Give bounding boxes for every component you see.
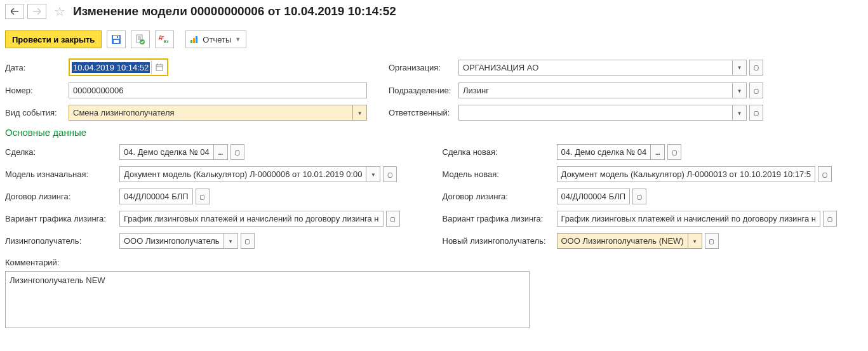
save-icon [111, 34, 121, 44]
contract-label: Договор лизинга: [5, 192, 119, 201]
arrow-left-icon [11, 8, 18, 15]
svg-rect-12 [157, 63, 158, 65]
resp-open[interactable]: ▢ [749, 105, 763, 121]
variant-field[interactable]: График лизинговых платежей и начислений … [119, 211, 384, 227]
resp-label: Ответственный: [389, 108, 458, 117]
deal-field[interactable]: 04. Демо сделка № 04 [119, 144, 214, 160]
variant-new-label: Вариант графика лизинга: [443, 214, 557, 223]
model-orig-open[interactable]: ▢ [383, 166, 397, 182]
contract-new-label: Договор лизинга: [443, 192, 557, 201]
favorite-star-icon[interactable]: ☆ [54, 4, 65, 19]
contract-new-field[interactable]: 04/ДЛ00004 БЛП [557, 189, 631, 204]
dept-dropdown[interactable]: ▾ [733, 83, 747, 98]
page-title: Изменение модели 00000000006 от 10.04.20… [73, 4, 396, 18]
svg-rect-10 [196, 36, 197, 43]
deal-new-open[interactable]: ▢ [667, 144, 681, 160]
date-field[interactable]: 10.04.2019 10:14:52 [69, 58, 168, 76]
svg-rect-3 [117, 36, 118, 38]
lessee-new-open[interactable]: ▢ [705, 233, 719, 249]
lessee-open[interactable]: ▢ [241, 233, 255, 249]
deal-new-field[interactable]: 04. Демо сделка № 04 [557, 144, 651, 160]
dt-kt-button[interactable]: ДтКт [155, 30, 174, 48]
contract-open[interactable]: ▢ [196, 189, 210, 204]
comment-label: Комментарий: [5, 258, 863, 267]
event-dropdown[interactable]: ▾ [353, 105, 367, 121]
arrow-right-icon [33, 8, 41, 15]
calendar-button[interactable] [151, 60, 166, 74]
date-value: 10.04.2019 10:14:52 [72, 62, 150, 73]
event-field[interactable]: Смена лизингополучателя [69, 105, 353, 121]
number-label: Номер: [5, 86, 69, 95]
org-label: Организация: [389, 63, 458, 72]
deal-open[interactable]: ▢ [230, 144, 244, 160]
chart-icon [190, 35, 199, 44]
model-orig-dropdown[interactable]: ▾ [366, 166, 380, 182]
number-field[interactable]: 00000000006 [69, 83, 367, 98]
model-orig-field[interactable]: Документ модель (Калькулятор) Л-0000006 … [119, 166, 366, 182]
resp-field[interactable] [458, 105, 733, 121]
lessee-new-field[interactable]: ООО Лизингополучатель (NEW) [557, 233, 688, 249]
lessee-new-label: Новый лизингополучатель: [443, 236, 557, 246]
svg-rect-9 [193, 38, 195, 43]
deal-select[interactable]: … [214, 144, 228, 160]
lessee-label: Лизингополучатель: [5, 236, 119, 246]
org-field[interactable]: ОРГАНИЗАЦИЯ АО [458, 60, 733, 76]
reports-dropdown[interactable]: Отчеты ▼ [185, 30, 246, 48]
dept-field[interactable]: Лизинг [458, 83, 733, 98]
variant-label: Вариант графика лизинга: [5, 214, 119, 223]
svg-rect-13 [161, 63, 161, 65]
save-button[interactable] [107, 30, 126, 48]
model-orig-label: Модель изначальная: [5, 169, 119, 179]
nav-forward-button[interactable] [27, 4, 46, 19]
org-dropdown[interactable]: ▾ [733, 60, 747, 76]
variant-new-field[interactable]: График лизинговых платежей и начислений … [557, 211, 821, 227]
reports-label: Отчеты [203, 35, 231, 44]
nav-back-button[interactable] [5, 4, 24, 19]
svg-rect-11 [156, 65, 163, 70]
contract-field[interactable]: 04/ДЛ00004 БЛП [119, 189, 193, 204]
comment-textarea[interactable]: Лизингополучатель NEW [5, 271, 530, 328]
section-title: Основные данные [5, 127, 863, 138]
svg-rect-8 [190, 40, 192, 43]
chevron-down-icon: ▼ [235, 36, 241, 43]
resp-dropdown[interactable]: ▾ [733, 105, 747, 121]
date-label: Дата: [5, 63, 69, 72]
svg-rect-1 [113, 36, 119, 39]
model-new-label: Модель новая: [443, 169, 557, 179]
post-button[interactable] [131, 30, 150, 48]
calendar-icon [156, 63, 163, 71]
dt-kt-icon: ДтКт [159, 35, 170, 44]
deal-new-label: Сделка новая: [443, 147, 557, 157]
lessee-new-dropdown[interactable]: ▾ [688, 233, 702, 249]
contract-new-open[interactable]: ▢ [632, 189, 646, 204]
lessee-dropdown[interactable]: ▾ [224, 233, 238, 249]
variant-new-open[interactable]: ▢ [823, 211, 837, 227]
model-new-field[interactable]: Документ модель (Калькулятор) Л-0000013 … [557, 166, 816, 182]
dept-open[interactable]: ▢ [749, 83, 763, 98]
deal-label: Сделка: [5, 147, 119, 157]
org-open[interactable]: ▢ [749, 60, 763, 76]
event-label: Вид события: [5, 108, 69, 117]
svg-text:Кт: Кт [164, 39, 169, 44]
svg-rect-2 [114, 40, 119, 43]
post-and-close-button[interactable]: Провести и закрыть [5, 30, 102, 48]
model-new-open[interactable]: ▢ [818, 166, 832, 182]
variant-open[interactable]: ▢ [386, 211, 400, 227]
document-check-icon [135, 34, 145, 44]
lessee-field[interactable]: ООО Лизингополучатель [119, 233, 224, 249]
dept-label: Подразделение: [389, 86, 458, 95]
deal-new-select[interactable]: … [651, 144, 665, 160]
